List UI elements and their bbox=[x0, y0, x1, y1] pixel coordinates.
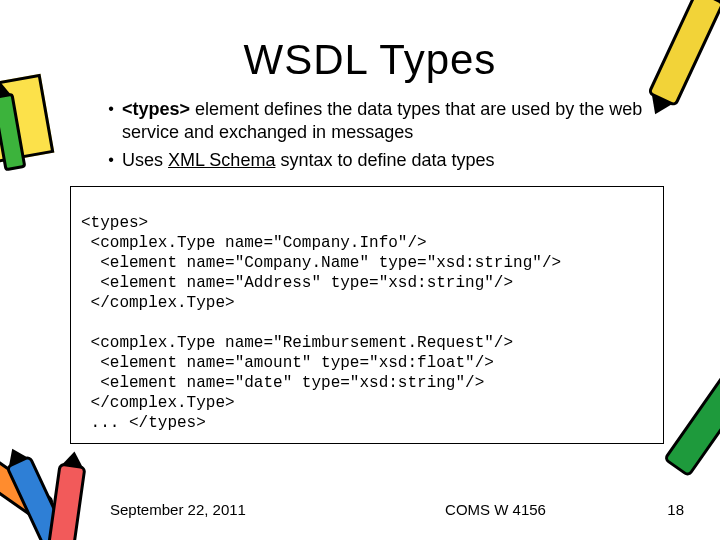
bullet-text: <types> element defines the data types t… bbox=[122, 98, 660, 145]
code-line: <element name="amount" type="xsd:float"/… bbox=[81, 354, 494, 372]
bullet-text-after: syntax to define data types bbox=[275, 150, 494, 170]
code-line: ... </types> bbox=[81, 414, 206, 432]
footer-page: 18 bbox=[624, 501, 684, 518]
footer-course: COMS W 4156 bbox=[367, 501, 624, 518]
types-tag-bold: <types> bbox=[122, 99, 190, 119]
slide: WSDL Types • <types> element defines the… bbox=[0, 0, 720, 540]
slide-title: WSDL Types bbox=[70, 36, 670, 84]
code-line: </complex.Type> bbox=[81, 394, 235, 412]
decoration-bottom-right bbox=[696, 354, 720, 480]
bullet-item: • Uses XML Schema syntax to define data … bbox=[100, 149, 660, 172]
code-line: </complex.Type> bbox=[81, 294, 235, 312]
code-line: <complex.Type name="Company.Info"/> bbox=[81, 234, 427, 252]
bullet-dot-icon: • bbox=[100, 98, 122, 120]
bullet-dot-icon: • bbox=[100, 149, 122, 171]
code-line: <element name="Company.Name" type="xsd:s… bbox=[81, 254, 561, 272]
footer-date: September 22, 2011 bbox=[110, 501, 367, 518]
decoration-top-left bbox=[0, 80, 48, 160]
bullet-list: • <types> element defines the data types… bbox=[100, 98, 660, 172]
code-line: <complex.Type name="Reimbursement.Reques… bbox=[81, 334, 513, 352]
bullet-text: Uses XML Schema syntax to define data ty… bbox=[122, 149, 660, 172]
bullet-text-before: Uses bbox=[122, 150, 168, 170]
code-line: <types> bbox=[81, 214, 148, 232]
slide-footer: September 22, 2011 COMS W 4156 18 bbox=[0, 501, 720, 518]
bullet-text-rest: element defines the data types that are … bbox=[122, 99, 642, 142]
code-example-box: <types> <complex.Type name="Company.Info… bbox=[70, 186, 664, 444]
xml-schema-link[interactable]: XML Schema bbox=[168, 150, 275, 170]
code-line: <element name="Address" type="xsd:string… bbox=[81, 274, 513, 292]
code-block-2: <complex.Type name="Reimbursement.Reques… bbox=[81, 333, 653, 433]
decoration-top-right bbox=[670, 0, 702, 106]
code-line: <element name="date" type="xsd:string"/> bbox=[81, 374, 484, 392]
bullet-item: • <types> element defines the data types… bbox=[100, 98, 660, 145]
